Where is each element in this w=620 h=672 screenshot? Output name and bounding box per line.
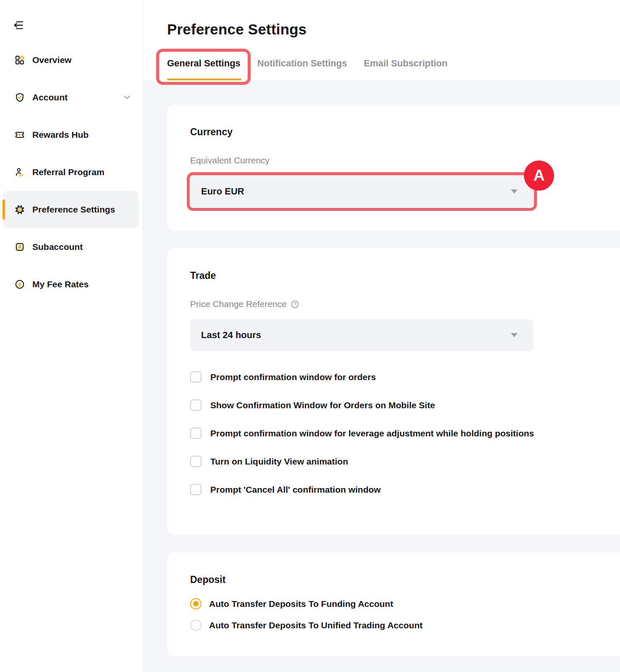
checkbox[interactable] bbox=[190, 428, 201, 439]
sidebar-nav: Overview Account bbox=[0, 41, 143, 303]
chevron-down-icon bbox=[124, 95, 130, 100]
sidebar-item-label: My Fee Rates bbox=[32, 279, 89, 289]
radio-row-unified-trading-account[interactable]: Auto Transfer Deposits To Unified Tradin… bbox=[190, 620, 595, 631]
price-change-reference-label: Price Change Reference ? bbox=[190, 299, 595, 309]
shield-check-icon bbox=[14, 92, 25, 103]
sidebar-item-subaccount[interactable]: Subaccount bbox=[0, 228, 143, 265]
checkbox[interactable] bbox=[190, 484, 201, 495]
checkbox[interactable] bbox=[190, 371, 201, 383]
sidebar-item-overview[interactable]: Overview bbox=[0, 41, 143, 79]
sidebar-item-label: Referral Program bbox=[32, 167, 105, 177]
sidebar-item-label: Account bbox=[32, 92, 68, 102]
trade-checkbox-list: Prompt confirmation window for orders Sh… bbox=[190, 370, 595, 497]
active-tab-underline bbox=[167, 79, 241, 80]
sidebar-item-my-fee-rates[interactable]: $ My Fee Rates bbox=[0, 265, 143, 303]
checkbox[interactable] bbox=[190, 456, 201, 467]
sidebar-item-preference-settings[interactable]: Preference Settings bbox=[3, 191, 139, 228]
checkbox-row-show-confirmation-mobile[interactable]: Show Confirmation Window for Orders on M… bbox=[190, 399, 595, 413]
sidebar-item-referral-program[interactable]: $+ Referral Program bbox=[0, 153, 143, 191]
main-content: Preference Settings General Settings Not… bbox=[143, 0, 620, 672]
deposit-heading: Deposit bbox=[190, 574, 595, 585]
checkbox-row-cancel-all-confirmation[interactable]: Prompt 'Cancel All' confirmation window bbox=[190, 483, 595, 497]
tab-bar: General Settings Notification Settings E… bbox=[167, 58, 620, 80]
currency-heading: Currency bbox=[190, 126, 595, 138]
preference-settings-page: Overview Account bbox=[0, 0, 620, 672]
radio-unselected[interactable] bbox=[190, 620, 201, 631]
chevron-down-icon bbox=[511, 189, 518, 194]
sidebar-collapse-button[interactable] bbox=[13, 18, 27, 32]
sidebar: Overview Account bbox=[0, 0, 143, 672]
equivalent-currency-value: Euro EUR bbox=[201, 186, 244, 197]
referral-user-icon: $+ bbox=[14, 166, 25, 178]
checkbox-row-leverage-adjustment[interactable]: Prompt confirmation window for leverage … bbox=[190, 427, 595, 441]
equivalent-currency-select-wrap: Euro EUR A bbox=[190, 176, 534, 207]
equivalent-currency-select[interactable]: Euro EUR bbox=[190, 176, 534, 207]
sidebar-item-label: Preference Settings bbox=[32, 205, 115, 215]
price-change-reference-select[interactable]: Last 24 hours bbox=[190, 319, 534, 351]
gear-icon bbox=[14, 204, 25, 215]
trade-heading: Trade bbox=[190, 270, 595, 281]
deposit-card: Deposit Auto Transfer Deposits To Fundin… bbox=[167, 552, 620, 656]
checkbox-row-liquidity-view-animation[interactable]: Turn on Liquidity View animation bbox=[190, 455, 595, 469]
question-mark-icon[interactable]: ? bbox=[290, 300, 299, 309]
subaccount-icon bbox=[14, 241, 25, 252]
sidebar-item-label: Overview bbox=[32, 55, 71, 65]
sidebar-item-rewards-hub[interactable]: Rewards Hub bbox=[0, 116, 143, 153]
tab-general-settings[interactable]: General Settings bbox=[167, 58, 241, 80]
radio-selected[interactable] bbox=[190, 598, 201, 609]
svg-text:$: $ bbox=[18, 281, 21, 287]
page-title: Preference Settings bbox=[167, 21, 620, 38]
sidebar-item-label: Rewards Hub bbox=[32, 130, 89, 140]
svg-text:$+: $+ bbox=[19, 173, 24, 177]
tab-email-subscription[interactable]: Email Subscription bbox=[364, 58, 447, 80]
grid-icon bbox=[14, 54, 25, 66]
svg-text:?: ? bbox=[293, 302, 296, 307]
deposit-radio-list: Auto Transfer Deposits To Funding Accoun… bbox=[190, 598, 595, 631]
rewards-ticket-icon bbox=[14, 129, 25, 140]
currency-card: Currency Equivalent Currency Euro EUR A bbox=[167, 105, 620, 231]
checkbox-row-prompt-confirmation-orders[interactable]: Prompt confirmation window for orders bbox=[190, 370, 595, 385]
trade-card: Trade Price Change Reference ? Last 24 h… bbox=[167, 248, 620, 535]
sidebar-item-account[interactable]: Account bbox=[0, 79, 143, 116]
main-header: Preference Settings General Settings Not… bbox=[143, 0, 620, 80]
collapse-sidebar-icon bbox=[13, 20, 25, 31]
annotation-a-badge: A bbox=[524, 160, 554, 191]
sidebar-item-label: Subaccount bbox=[32, 242, 83, 252]
fee-rates-icon: $ bbox=[14, 278, 25, 290]
settings-content: Currency Equivalent Currency Euro EUR A … bbox=[143, 80, 620, 672]
price-change-reference-value: Last 24 hours bbox=[201, 330, 261, 341]
radio-row-funding-account[interactable]: Auto Transfer Deposits To Funding Accoun… bbox=[190, 598, 595, 609]
tab-notification-settings[interactable]: Notification Settings bbox=[257, 58, 347, 80]
checkbox[interactable] bbox=[190, 399, 201, 411]
chevron-down-icon bbox=[511, 333, 518, 337]
